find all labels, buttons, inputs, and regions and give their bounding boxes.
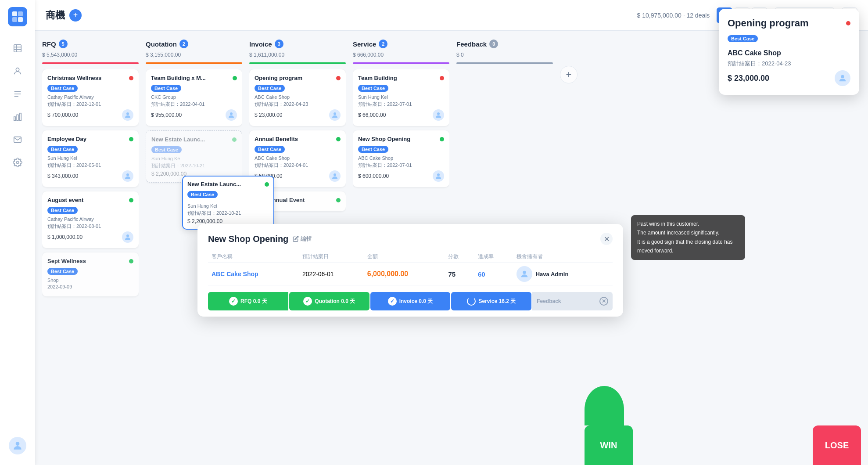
svg-point-29: [841, 75, 844, 78]
card-tag: Best Case: [255, 85, 285, 92]
card-team-building-quotation[interactable]: Team Building x M... Best Case CKC Group…: [146, 69, 242, 126]
card-company: ABC Cake Shop: [358, 155, 444, 161]
card-company: Cathay Pacific Airway: [47, 216, 133, 222]
popup-estate-title: New Estate Launc...: [187, 181, 241, 187]
modal-score: 75: [445, 263, 474, 286]
svg-point-28: [437, 173, 440, 176]
card-company: ABC Cake Shop: [255, 155, 341, 161]
col-badge-invoice: 3: [275, 40, 283, 48]
svg-point-23: [126, 234, 129, 237]
status-dot: [336, 76, 341, 80]
popup-estate-company: Sun Hung Kei: [187, 203, 269, 209]
modal-owner-avatar: [516, 266, 532, 282]
card-new-shop-opening[interactable]: New Shop Opening Best Case ABC Cake Shop…: [353, 130, 449, 187]
progress-feedback[interactable]: Feedback ✕: [532, 292, 613, 310]
svg-point-13: [16, 161, 19, 164]
th-date: 預計結案日: [299, 251, 364, 263]
col-badge-quotation: 2: [179, 40, 188, 48]
card-tag: Best Case: [47, 146, 78, 153]
column-rfq: RFQ 5 $ 5,543,000.00 Christmas Wellness …: [42, 40, 139, 465]
svg-point-8: [16, 68, 19, 71]
add-opportunity-button[interactable]: +: [69, 9, 82, 22]
add-column-button[interactable]: +: [560, 66, 577, 83]
card-christmas-wellness[interactable]: Christmas Wellness Best Case Cathay Paci…: [42, 69, 139, 126]
col-amount-quotation: $ 3,155,000.00: [146, 52, 242, 58]
status-dot: [440, 137, 444, 141]
card-company: Sun Hung Ke: [151, 156, 237, 161]
card-employee-day[interactable]: Employee Day Best Case Sun Hung Kei 預計結案…: [42, 130, 139, 187]
card-team-building-service[interactable]: Team Building Best Case Sun Hung Kei 預計結…: [353, 69, 449, 126]
user-avatar[interactable]: [9, 437, 26, 454]
modal-close-button[interactable]: ✕: [600, 233, 613, 245]
progress-service[interactable]: Service 16.2 天: [451, 292, 531, 310]
th-owner: 機會擁有者: [513, 251, 613, 263]
col-header-quotation: Quotation 2: [146, 40, 242, 48]
modal-company[interactable]: ABC Cake Shop: [208, 263, 299, 286]
lose-column: LOSE: [813, 40, 861, 465]
popup-estate-title-row: New Estate Launc...: [187, 181, 269, 187]
sidebar-icon-mail[interactable]: [8, 130, 27, 149]
page-title: 商機 +: [46, 9, 82, 22]
sidebar-icon-settings[interactable]: [8, 153, 27, 172]
progress-feedback-close[interactable]: ✕: [599, 297, 608, 306]
sidebar-icon-text[interactable]: [8, 84, 27, 104]
card-new-estate-quotation[interactable]: New Estate Launc... Best Case Sun Hung K…: [146, 130, 242, 183]
popup-opening-tag: Best Case: [728, 35, 758, 42]
modal-title: New Shop Opening: [208, 234, 288, 244]
card-avatar: [122, 170, 133, 182]
progress-invoice[interactable]: ✓ Invoice 0.0 天: [370, 292, 451, 310]
popup-estate-tag: Best Case: [187, 191, 218, 198]
card-company: Cathay Pacific Airway: [47, 94, 133, 100]
col-amount-feedback: $ 0: [456, 52, 553, 58]
modal-edit-button[interactable]: 編輯: [293, 235, 312, 243]
new-shop-opening-modal: New Shop Opening 編輯 ✕ 客戶名稱 預計結案日 全額 分數 達…: [197, 224, 623, 317]
tooltip: Past wins in this customer. The amount i…: [631, 215, 745, 260]
sidebar-icon-table[interactable]: [8, 39, 27, 58]
card-title: Sept Wellness: [47, 258, 86, 264]
modal-rate: 60: [474, 263, 513, 286]
card-opening-program[interactable]: Opening program Best Case ABC Cake Shop …: [249, 69, 346, 126]
status-dot: [129, 198, 133, 202]
modal-amount-text: 6,000,000.00: [367, 270, 408, 278]
col-title-quotation: Quotation: [146, 40, 177, 48]
status-dot: [232, 137, 237, 142]
card-sept-wellness[interactable]: Sept Wellness Best Case Shop 2022-09-09: [42, 252, 139, 296]
col-amount-service: $ 666,000.00: [353, 52, 449, 58]
popup-estate-dot: [265, 182, 269, 187]
lose-button[interactable]: LOSE: [813, 425, 861, 465]
sidebar-icon-contact[interactable]: [8, 61, 27, 81]
card-title: Employee Day: [47, 136, 86, 142]
card-august-event[interactable]: August event Best Case Cathay Pacific Ai…: [42, 191, 139, 248]
col-badge-service: 2: [379, 40, 387, 48]
card-title: New Estate Launc...: [151, 136, 205, 143]
card-company: Shop: [47, 278, 133, 283]
card-title: Annual Benefits: [255, 136, 298, 142]
modal-owner-cell: Hava Admin: [513, 263, 613, 286]
win-button[interactable]: WIN: [585, 425, 633, 465]
card-tag: Best Case: [47, 268, 78, 275]
progress-rfq-label: RFQ 0.0 天: [240, 298, 267, 305]
svg-point-25: [334, 112, 336, 115]
svg-point-30: [523, 271, 526, 274]
col-amount-rfq: $ 5,543,000.00: [42, 52, 139, 58]
popup-estate-date: 預計結案日：2022-10-21: [187, 210, 269, 216]
card-date: 預計結案日：2022-04-23: [255, 101, 341, 108]
th-rate: 達成率: [474, 251, 513, 263]
progress-rfq[interactable]: ✓ RFQ 0.0 天: [208, 292, 288, 310]
card-amount: $ 2,200,000.00: [151, 171, 187, 177]
app-logo[interactable]: [8, 7, 27, 26]
card-avatar: [433, 170, 444, 182]
popup-opening-avatar: [835, 70, 850, 86]
status-dot: [129, 259, 133, 263]
popup-opening-company: ABC Cake Shop: [728, 49, 850, 57]
svg-rect-1: [18, 11, 23, 16]
progress-quotation[interactable]: ✓ Quotation 0.0 天: [289, 292, 369, 310]
popup-opening-amount: $ 23,000.00: [728, 70, 850, 86]
dragged-card-popup[interactable]: New Estate Launc... Best Case Sun Hung K…: [182, 176, 274, 230]
progress-invoice-label: Invoice 0.0 天: [399, 298, 433, 305]
tooltip-line2: The amount increased significantly.: [637, 228, 739, 237]
col-title-rfq: RFQ: [42, 40, 56, 48]
svg-point-24: [230, 112, 233, 115]
sidebar-icon-chart[interactable]: [8, 107, 27, 126]
modal-table-row: ABC Cake Shop 2022-06-01 6,000,000.00 75…: [208, 263, 613, 286]
